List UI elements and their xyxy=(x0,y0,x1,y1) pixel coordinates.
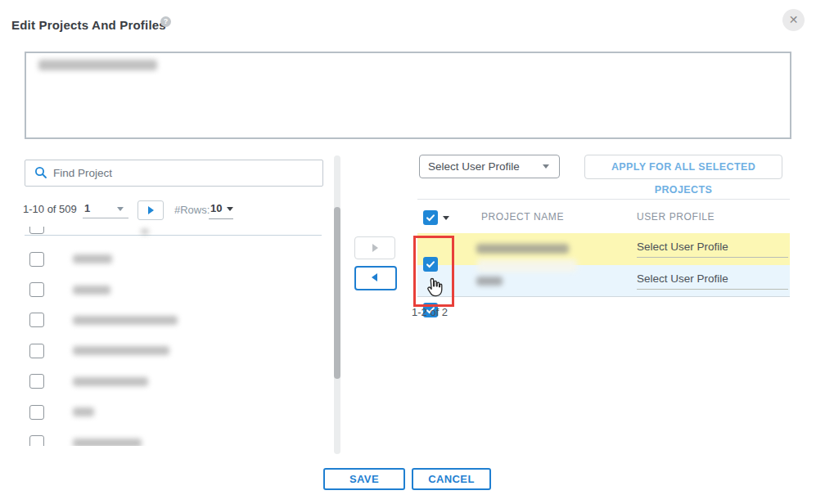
redacted-overlay xyxy=(477,259,577,272)
checkbox[interactable] xyxy=(29,313,44,327)
help-icon[interactable]: ? xyxy=(160,16,171,27)
pagination-range: 1-10 of 509 xyxy=(23,203,77,215)
column-header-user-profile: USER PROFILE xyxy=(637,211,715,223)
search-icon xyxy=(34,166,47,182)
table-top-border xyxy=(417,199,790,200)
edit-projects-dialog: Edit Projects And Profiles ? ✕ 1-10 of 5… xyxy=(0,0,816,504)
play-right-icon xyxy=(148,206,154,214)
redacted-project-name xyxy=(476,277,503,286)
redacted-project-name xyxy=(73,439,142,446)
mouse-cursor-icon xyxy=(423,277,445,302)
list-item[interactable] xyxy=(25,274,322,304)
row1-profile-select[interactable]: Select User Profile xyxy=(637,239,788,258)
list-item-partial xyxy=(29,227,46,235)
user-profile-dropdown[interactable]: Select User Profile xyxy=(419,155,560,178)
move-left-button[interactable] xyxy=(354,266,397,290)
checkbox[interactable] xyxy=(29,282,44,297)
row2-profile-select[interactable]: Select User Profile xyxy=(637,271,788,290)
apply-all-button[interactable]: APPLY FOR ALL SELECTED PROJECTS xyxy=(584,155,782,179)
profile-select-value: Select User Profile xyxy=(637,272,728,285)
list-item[interactable] xyxy=(25,397,322,427)
redacted-project-name xyxy=(476,244,569,254)
rows-per-page-selector[interactable]: 10 xyxy=(209,200,233,219)
redacted-project-name xyxy=(73,346,169,355)
list-item[interactable] xyxy=(25,335,322,366)
next-page-button[interactable] xyxy=(138,200,164,220)
recipients-box[interactable] xyxy=(25,52,791,139)
search-input[interactable] xyxy=(52,161,317,185)
move-right-button[interactable] xyxy=(354,236,395,259)
close-icon[interactable]: ✕ xyxy=(782,9,805,31)
checkbox[interactable] xyxy=(29,405,44,420)
cancel-button[interactable]: CANCEL xyxy=(412,468,491,490)
arrow-left-icon xyxy=(372,273,377,281)
redacted-project-name xyxy=(73,377,148,386)
redacted-project-name xyxy=(73,286,110,295)
redacted-text xyxy=(141,229,149,234)
page-value: 1 xyxy=(84,202,90,214)
list-item[interactable] xyxy=(25,427,322,446)
page-selector[interactable]: 1 xyxy=(83,200,128,218)
save-button[interactable]: SAVE xyxy=(323,468,405,490)
list-item[interactable] xyxy=(25,244,322,274)
dialog-title: Edit Projects And Profiles xyxy=(11,18,166,32)
chevron-down-icon[interactable] xyxy=(443,216,449,220)
arrow-right-icon xyxy=(372,244,378,252)
redacted-project-name xyxy=(73,316,178,325)
list-item[interactable] xyxy=(25,367,322,397)
scrollbar-thumb[interactable] xyxy=(334,207,340,379)
chevron-down-icon xyxy=(117,207,124,211)
profile-select-value: Select User Profile xyxy=(637,241,728,253)
rows-value: 10 xyxy=(210,202,222,214)
checkbox[interactable] xyxy=(29,344,44,358)
redacted-project-name xyxy=(73,407,94,416)
chevron-down-icon xyxy=(227,207,233,211)
checkbox[interactable] xyxy=(29,435,44,446)
rows-underline xyxy=(209,218,233,219)
table-count: 1-2 of 2 xyxy=(412,306,448,318)
list-divider xyxy=(25,235,322,236)
project-list xyxy=(25,244,322,446)
dropdown-value: Select User Profile xyxy=(428,160,520,173)
select-all-checkbox[interactable] xyxy=(423,210,438,225)
check-icon xyxy=(425,212,436,223)
column-header-project-name: PROJECT NAME xyxy=(481,211,564,223)
rows-label: #Rows: xyxy=(174,204,210,216)
list-item[interactable] xyxy=(25,305,322,335)
checkbox[interactable] xyxy=(29,252,44,267)
find-project-search xyxy=(25,160,323,187)
page-underline xyxy=(83,218,128,218)
chevron-down-icon xyxy=(543,164,549,169)
checkbox[interactable] xyxy=(29,227,44,234)
redacted-email xyxy=(38,60,157,70)
redacted-project-name xyxy=(73,254,112,263)
checkbox[interactable] xyxy=(29,374,44,389)
